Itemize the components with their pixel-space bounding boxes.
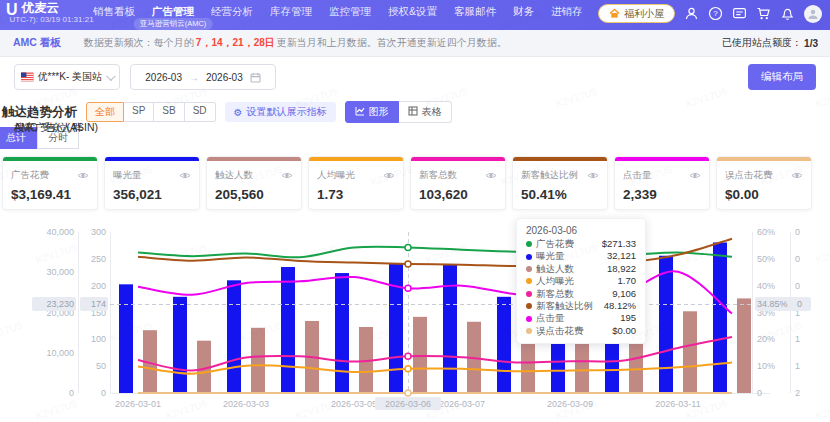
scope-option-1[interactable]: SP <box>124 102 154 122</box>
metric-card-3: 人均曝光1.73 <box>308 156 404 210</box>
metric-card-2: 触达人数205,560 <box>206 156 302 210</box>
view-toggle: 图形表格 <box>345 101 452 123</box>
us-flag-icon <box>21 72 34 82</box>
tooltip-title: 2026-03-06 <box>526 225 636 236</box>
metric-value: $3,169.41 <box>11 187 89 202</box>
bell-icon[interactable] <box>780 6 795 21</box>
support-icon[interactable] <box>684 6 699 21</box>
tooltip-row: 广告花费$271.33 <box>526 238 636 250</box>
svg-text:50: 50 <box>96 361 106 371</box>
scope-option-2[interactable]: SB <box>154 102 184 122</box>
date-range-picker[interactable]: 2026-03 → 2026-03 <box>130 64 276 90</box>
metric-card-6: 点击量2,339 <box>614 156 710 210</box>
menu-item-5[interactable]: 授权&设置 <box>381 5 444 19</box>
eye-icon[interactable] <box>485 166 497 184</box>
eye-icon[interactable] <box>587 166 599 184</box>
scope-option-3[interactable]: SD <box>185 102 216 122</box>
svg-text:30,000: 30,000 <box>46 267 74 277</box>
svg-text:2026-03-05: 2026-03-05 <box>331 399 377 409</box>
menu-item-7[interactable]: 财务 <box>506 5 541 19</box>
table-icon <box>408 106 418 118</box>
avatar-person-icon <box>807 8 819 20</box>
svg-text:0: 0 <box>795 254 800 264</box>
svg-text:0: 0 <box>797 299 802 309</box>
mode-tabs: 总计分时 <box>0 124 830 154</box>
menu-item-subtitle: 亚马逊营销云(AMC) <box>134 18 213 30</box>
eye-icon[interactable] <box>77 166 89 184</box>
svg-text:2026-03-06: 2026-03-06 <box>385 399 431 409</box>
tooltip-row: 触达人数18,922 <box>526 263 636 275</box>
svg-text:2026-03-01: 2026-03-01 <box>115 399 161 409</box>
amc-tabstrip: AMC 看板搜索广告位(ASIN)AMC 受众人群 数据更新频次：每个月的 7，… <box>0 30 830 57</box>
quota-value: 1/3 <box>804 38 818 49</box>
svg-text:250: 250 <box>91 254 106 264</box>
eye-icon[interactable] <box>689 166 701 184</box>
menu-item-1[interactable]: 广告管理亚马逊营销云(AMC) <box>145 5 201 19</box>
metric-label: 点击量 <box>623 169 652 182</box>
calendar-icon <box>250 72 261 83</box>
site-quota: 已使用站点额度： 1/3 <box>722 30 830 56</box>
svg-text:174: 174 <box>91 299 106 309</box>
update-notice: 数据更新频次：每个月的 7，14，21，28日 更新当月和上月数据。首次开通更新… <box>74 30 507 56</box>
svg-text:40,000: 40,000 <box>46 227 74 237</box>
menu-item-2[interactable]: 经营分析 <box>204 5 260 19</box>
svg-text:0: 0 <box>69 388 74 398</box>
default-metrics-button[interactable]: ⚙ 设置默认展示指标 <box>225 102 336 122</box>
edit-layout-button[interactable]: 编辑布局 <box>748 64 816 90</box>
svg-text:60%: 60% <box>757 227 775 237</box>
brand[interactable]: U 优麦云 UTC-7): 03/19 01:31:21 <box>0 0 86 25</box>
chart-area: 40,00030,00020,00010,0000300250200150100… <box>0 214 830 418</box>
svg-text:10,000: 10,000 <box>46 348 74 358</box>
svg-text:50%: 50% <box>757 254 775 264</box>
scope-option-0[interactable]: 全部 <box>86 102 124 122</box>
metric-value: 1.73 <box>317 187 395 202</box>
svg-text:2026-03-03: 2026-03-03 <box>223 399 269 409</box>
metric-card-7: 误点击花费$0.00 <box>716 156 812 210</box>
welfare-label: 福利小屋 <box>624 7 664 21</box>
eye-icon[interactable] <box>179 166 191 184</box>
amc-tab-0[interactable]: AMC 看板 <box>0 30 74 56</box>
store-label: 优***K- 美国站 <box>38 70 102 84</box>
menu-item-3[interactable]: 库存管理 <box>263 5 319 19</box>
view-table-button[interactable]: 表格 <box>399 101 452 123</box>
help-icon[interactable]: ? <box>708 6 723 21</box>
metric-value: 103,620 <box>419 187 497 202</box>
welfare-button[interactable]: 福利小屋 <box>598 4 675 23</box>
trend-chart[interactable]: 40,00030,00020,00010,0000300250200150100… <box>0 214 830 418</box>
svg-text:100: 100 <box>91 334 106 344</box>
amc-tabs: AMC 看板搜索广告位(ASIN)AMC 受众人群 <box>0 30 74 56</box>
notice-dates: 7，14，21，28日 <box>196 36 275 50</box>
cart-icon[interactable] <box>756 6 771 21</box>
tooltip-row: 曝光量32,121 <box>526 250 636 262</box>
store-select[interactable]: 优***K- 美国站 <box>14 64 120 90</box>
tooltip-row: 新客总数9,106 <box>526 288 636 300</box>
metric-label: 误点击花费 <box>725 169 773 182</box>
eye-icon[interactable] <box>281 166 293 184</box>
metric-label: 曝光量 <box>113 169 142 182</box>
menu-item-4[interactable]: 监控管理 <box>322 5 378 19</box>
eye-icon[interactable] <box>791 166 803 184</box>
svg-text:2026-03-07: 2026-03-07 <box>439 399 485 409</box>
metric-label: 触达人数 <box>215 169 253 182</box>
svg-text:10%: 10% <box>757 361 775 371</box>
gear-icon: ⚙ <box>234 107 243 118</box>
menu-item-6[interactable]: 客服邮件 <box>447 5 503 19</box>
svg-text:0: 0 <box>795 227 800 237</box>
metric-cards: 广告花费$3,169.41曝光量356,021触达人数205,560人均曝光1.… <box>0 154 830 210</box>
message-icon[interactable] <box>732 6 747 21</box>
section-title: 触达趋势分析 <box>2 104 77 121</box>
menu-item-0[interactable]: 销售看板 <box>86 5 142 19</box>
svg-text:0: 0 <box>795 281 800 291</box>
trend-section: 触达趋势分析 全部SPSBSD ⚙ 设置默认展示指标 图形表格 总计分时 广告花… <box>0 98 830 422</box>
view-chart-button[interactable]: 图形 <box>345 101 399 123</box>
svg-text:2026-03-11: 2026-03-11 <box>655 399 700 409</box>
svg-text:0: 0 <box>757 388 762 398</box>
metric-value: 2,339 <box>623 187 701 202</box>
filter-row: 优***K- 美国站 2026-03 → 2026-03 编辑布局 <box>0 57 830 97</box>
section-header: 触达趋势分析 全部SPSBSD ⚙ 设置默认展示指标 图形表格 <box>0 98 830 124</box>
eye-icon[interactable] <box>383 166 395 184</box>
house-icon <box>609 8 620 19</box>
menu-item-8[interactable]: 进销存 <box>544 5 590 19</box>
tooltip-row: 误点击花费$0.00 <box>526 325 636 337</box>
avatar[interactable] <box>804 5 822 23</box>
